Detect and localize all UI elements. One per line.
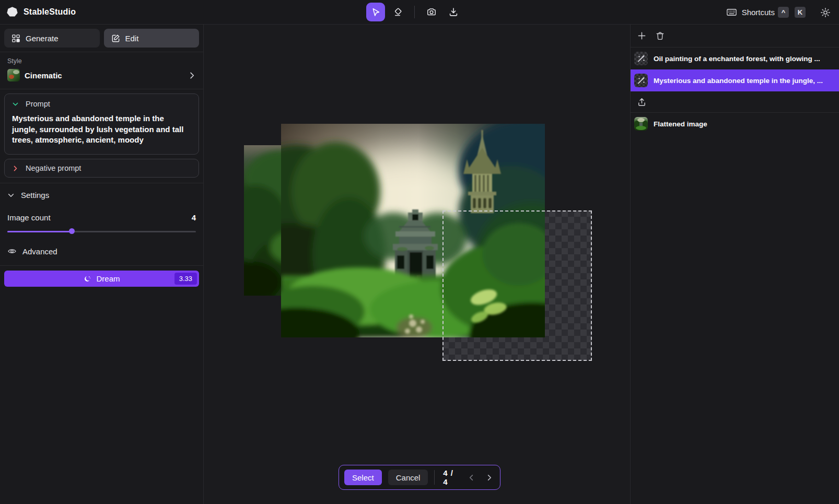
layer-thumbnail [634,52,648,65]
slider-thumb[interactable] [69,228,75,234]
advanced-label: Advanced [22,247,57,256]
chevron-right-icon [188,72,196,79]
keyboard-icon [726,7,737,18]
dream-button-label: Dream [96,274,120,283]
style-section: Style Cinematic [0,52,203,89]
select-button[interactable]: Select [344,470,382,485]
left-panel: Generate Edit Style Cinematic Prompt [0,25,204,504]
select-tool-button[interactable] [366,3,385,21]
toolbar-divider [414,6,415,18]
previous-image-button[interactable] [466,474,477,482]
settings-gear-button[interactable] [820,7,831,18]
shortcuts-label: Shortcuts [742,8,775,17]
style-selector[interactable]: Cinematic [7,69,196,81]
image-count-slider[interactable] [7,228,196,234]
layer-thumbnail [634,74,648,87]
top-bar: StableStudio Shortcuts ^ K [0,0,839,25]
grid-icon [11,34,20,43]
selection-box[interactable] [442,210,592,361]
upload-row [631,91,839,113]
prompt-text[interactable]: Mysterious and abandoned temple in the j… [12,113,191,146]
shortcuts-button[interactable]: Shortcuts ^ K [726,7,806,18]
chevron-down-icon [7,192,15,199]
layers-toolbar [631,25,839,48]
flattened-thumbnail [634,117,648,131]
moon-icon [83,275,91,283]
tab-edit[interactable]: Edit [104,29,200,48]
layer-row[interactable]: Oil painting of a enchanted forest, with… [631,48,839,69]
snapshot-tool-button[interactable] [422,3,441,21]
app-logo-icon [6,6,18,18]
cancel-button[interactable]: Cancel [388,470,428,485]
editor-canvas[interactable]: Select Cancel 4 / 4 [204,25,630,504]
image-count-label: Image count [7,213,51,222]
eraser-tool-button[interactable] [388,3,407,21]
delete-layer-button[interactable] [652,29,667,43]
add-layer-button[interactable] [634,29,649,43]
negative-prompt-header[interactable]: Negative prompt [12,164,191,172]
settings-header[interactable]: Settings [0,183,203,200]
advanced-toggle[interactable]: Advanced [0,234,203,263]
tab-edit-label: Edit [125,34,139,43]
bar-divider [434,470,435,485]
layer-label: Mysterious and abandoned temple in the j… [654,77,823,85]
next-image-button[interactable] [484,474,495,482]
negative-prompt-label: Negative prompt [26,164,81,172]
layers-panel: Oil painting of a enchanted forest, with… [630,25,839,504]
image-count-row: Image count 4 [0,200,203,222]
settings-label: Settings [21,191,49,200]
shortcut-key-ctrl: ^ [778,7,789,18]
flattened-image-row[interactable]: Flattened image [631,113,839,135]
style-label: Style [7,57,196,65]
upload-image-button[interactable] [634,95,649,109]
layer-label: Oil painting of a enchanted forest, with… [654,55,820,63]
negative-prompt-card[interactable]: Negative prompt [4,159,199,178]
style-thumbnail [7,69,20,81]
layer-row-selected[interactable]: Mysterious and abandoned temple in the j… [631,69,839,91]
prompt-label: Prompt [26,100,50,108]
chevron-right-icon [12,165,19,172]
dream-cost-badge: 3.33 [174,273,197,285]
image-count-value: 4 [192,213,196,222]
selection-control-bar: Select Cancel 4 / 4 [339,465,500,490]
flattened-image-label: Flattened image [654,120,707,128]
slider-fill [7,231,72,232]
image-counter: 4 / 4 [441,468,460,486]
prompt-card-header[interactable]: Prompt [12,100,191,108]
style-value: Cinematic [25,71,183,80]
download-tool-button[interactable] [444,3,463,21]
topbar-right: Shortcuts ^ K [726,0,839,25]
tab-generate[interactable]: Generate [4,29,100,48]
eye-icon [7,247,17,256]
edit-pencil-icon [111,34,120,43]
mode-tabs: Generate Edit [0,25,203,52]
brand: StableStudio [0,6,76,18]
dream-button[interactable]: Dream 3.33 [4,271,199,287]
prompt-card[interactable]: Prompt Mysterious and abandoned temple i… [4,93,199,155]
chevron-down-icon [12,101,19,108]
tab-generate-label: Generate [26,34,59,43]
app-title: StableStudio [24,7,76,17]
section-divider [0,265,203,266]
canvas-toolbar [366,3,463,21]
shortcut-key-k: K [795,7,806,18]
